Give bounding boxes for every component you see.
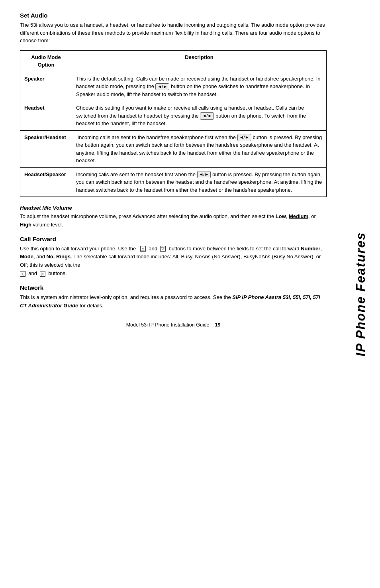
call-forward-text: Use this option to call forward your pho… xyxy=(20,245,327,278)
option-headset: Headset xyxy=(20,101,72,131)
intro-paragraph: The 53i allows you to use a handset, a h… xyxy=(20,21,327,45)
table-row: Speaker This is the default setting. Cal… xyxy=(20,72,327,101)
table-row: Headset Choose this setting if you want … xyxy=(20,101,327,131)
desc-speaker: This is the default setting. Calls can b… xyxy=(72,72,327,101)
speaker-button-icon: ◄/► xyxy=(155,83,169,90)
table-col1-header: Audio Mode Option xyxy=(20,50,72,72)
table-row: Headset/Speaker Incoming calls are sent … xyxy=(20,167,327,197)
desc-speaker-headset: Incoming calls are sent to the handsfree… xyxy=(72,130,327,167)
sidebar: IP Phone Features xyxy=(343,0,378,588)
low-option: Low xyxy=(276,213,286,219)
option-speaker: Speaker xyxy=(20,72,72,101)
page-number: 19 xyxy=(215,322,220,328)
headset-speaker-button-icon: ◄/► xyxy=(197,171,211,178)
number-label: Number xyxy=(301,246,320,252)
headset-mic-volume-heading: Headset Mic Volume xyxy=(20,205,327,211)
sidebar-label: IP Phone Features xyxy=(353,232,368,356)
left-arrow-icon: ◁ xyxy=(20,271,25,277)
network-text: This is a system administrator level-onl… xyxy=(20,293,327,310)
mode-label: Mode xyxy=(20,254,33,260)
option-speaker-headset: Speaker/Headset xyxy=(20,130,72,167)
set-audio-heading: Set Audio xyxy=(20,12,327,19)
desc-headset-speaker: Incoming calls are sent to the headset f… xyxy=(72,167,327,197)
audio-mode-table: Audio Mode Option Description Speaker Th… xyxy=(20,50,327,197)
headset-button-icon: ◄/► xyxy=(200,112,214,119)
right-arrow-icon: ▷ xyxy=(40,271,45,277)
admin-guide-ref: SIP IP Phone Aastra 53i, 55i, 57i, 57i C… xyxy=(20,294,320,309)
medium-option: Medium xyxy=(289,213,308,219)
footer-text: Model 53i IP Phone Installation Guide xyxy=(126,322,210,328)
table-col2-header: Description xyxy=(72,50,327,72)
up-arrow-icon: △ xyxy=(140,246,146,252)
call-forward-heading: Call Forward xyxy=(20,236,327,242)
high-option: High xyxy=(20,222,31,228)
headset-mic-volume-text: To adjust the headset microphone volume,… xyxy=(20,212,327,229)
page-footer: Model 53i IP Phone Installation Guide 19 xyxy=(20,318,327,330)
network-heading: Network xyxy=(20,284,327,291)
desc-headset: Choose this setting if you want to make … xyxy=(72,101,327,131)
table-row: Speaker/Headset Incoming calls are sent … xyxy=(20,130,327,167)
speaker-headset-button-icon: ◄/► xyxy=(237,134,251,141)
option-headset-speaker: Headset/Speaker xyxy=(20,167,72,197)
down-arrow-icon: ▽ xyxy=(160,246,166,252)
no-rings-label: No. Rings xyxy=(46,254,71,260)
